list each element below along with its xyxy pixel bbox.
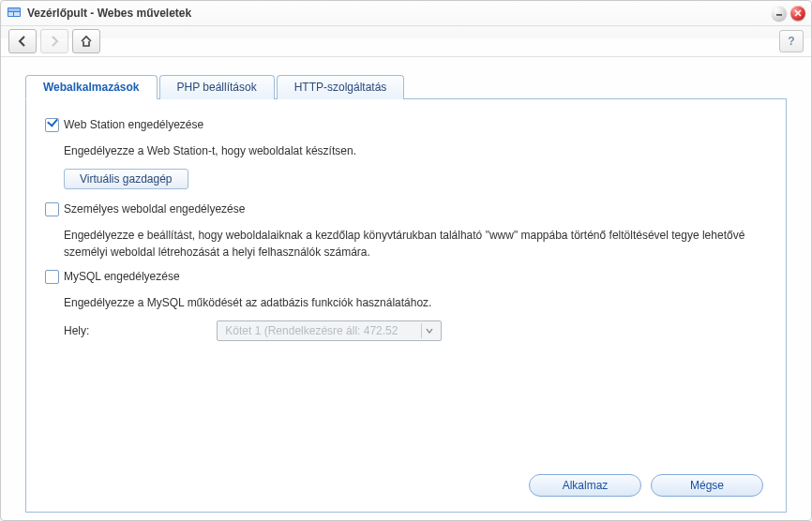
option-mysql: MySQL engedélyezése	[45, 270, 767, 287]
tab-php-settings[interactable]: PHP beállítások	[159, 75, 275, 99]
tab-label: Webalkalmazások	[43, 81, 140, 94]
titlebar: Vezérlőpult - Webes műveletek	[1, 1, 811, 26]
checkbox-mysql[interactable]	[45, 270, 59, 284]
desc-webstation: Engedélyezze a Web Station-t, hogy webol…	[64, 142, 767, 159]
button-label: Alkalmaz	[563, 479, 609, 492]
home-button[interactable]	[72, 29, 100, 53]
cancel-button[interactable]: Mégse	[651, 474, 763, 497]
option-webstation: Web Station engedélyezése	[45, 118, 767, 135]
chevron-down-icon	[421, 323, 437, 338]
apply-button[interactable]: Alkalmaz	[529, 474, 641, 497]
content: Webalkalmazások PHP beállítások HTTP-szo…	[1, 57, 811, 520]
svg-rect-3	[14, 12, 20, 16]
toolbar: ?	[1, 26, 811, 57]
virtual-host-button[interactable]: Virtuális gazdagép	[64, 169, 188, 189]
option-personal-site: Személyes weboldal engedélyezése	[45, 202, 767, 219]
minimize-button[interactable]	[772, 6, 787, 21]
window: Vezérlőpult - Webes műveletek ?	[0, 0, 812, 521]
checkbox-personal-site[interactable]	[45, 202, 59, 216]
label-personal-site: Személyes weboldal engedélyezése	[64, 202, 245, 216]
app-icon	[7, 6, 22, 21]
tab-label: HTTP-szolgáltatás	[294, 81, 387, 94]
window-controls	[772, 6, 805, 21]
tab-label: PHP beállítások	[177, 81, 257, 94]
forward-button[interactable]	[40, 29, 68, 53]
label-webstation: Web Station engedélyezése	[64, 118, 203, 131]
label-location: Hely:	[64, 324, 214, 337]
location-value: Kötet 1 (Rendelkezésre áll: 472.52	[225, 324, 421, 337]
back-button[interactable]	[8, 29, 37, 53]
help-button[interactable]: ?	[779, 30, 804, 52]
svg-rect-1	[8, 8, 20, 11]
desc-personal-site: Engedélyezze e beállítást, hogy weboldal…	[64, 227, 767, 260]
tab-http-service[interactable]: HTTP-szolgáltatás	[277, 75, 405, 99]
button-label: Virtuális gazdagép	[80, 172, 173, 186]
desc-mysql: Engedélyezze a MySQL működését az adatbá…	[64, 294, 767, 311]
location-select: Kötet 1 (Rendelkezésre áll: 472.52	[217, 320, 442, 341]
checkbox-webstation[interactable]	[45, 118, 59, 132]
mysql-location-row: Hely: Kötet 1 (Rendelkezésre áll: 472.52	[64, 320, 767, 341]
tab-panel: Web Station engedélyezése Engedélyezze a…	[25, 98, 787, 513]
footer: Alkalmaz Mégse	[45, 465, 767, 500]
tab-webapps[interactable]: Webalkalmazások	[25, 75, 158, 99]
close-button[interactable]	[790, 6, 805, 21]
tabstrip: Webalkalmazások PHP beállítások HTTP-szo…	[25, 74, 787, 98]
window-title: Vezérlőpult - Webes műveletek	[27, 7, 772, 20]
label-mysql: MySQL engedélyezése	[64, 270, 180, 283]
svg-rect-2	[8, 12, 13, 16]
help-icon: ?	[788, 35, 794, 48]
svg-rect-4	[776, 14, 782, 16]
button-label: Mégse	[690, 479, 724, 492]
